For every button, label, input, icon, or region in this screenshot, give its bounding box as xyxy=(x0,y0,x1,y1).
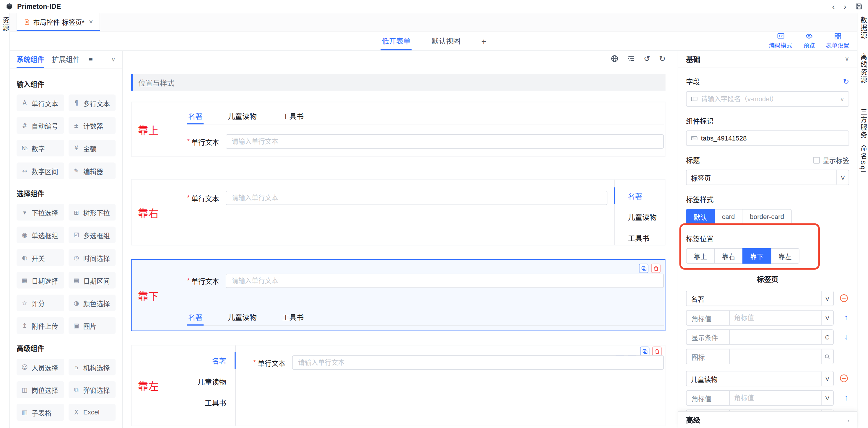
section-advanced[interactable]: 高级 › xyxy=(678,411,857,428)
palette-item-attachment-upload[interactable]: ↥附件上传 xyxy=(17,317,64,334)
form-canvas[interactable]: ↺ ↻ 位置与样式 靠上 名著 儿童读物 xyxy=(123,51,678,428)
save-icon[interactable] xyxy=(855,3,862,10)
tab-default-view[interactable]: 默认视图 xyxy=(430,32,462,51)
move-down-button[interactable]: ↓ xyxy=(844,333,848,340)
palette-item-dialog-picker[interactable]: ⧉弹窗选择 xyxy=(68,382,116,398)
title-input[interactable] xyxy=(687,170,836,185)
sidebar-item-resources[interactable]: 资源 xyxy=(1,17,8,32)
single-line-text-input[interactable] xyxy=(226,134,664,149)
palette-item-editor[interactable]: ✎编辑器 xyxy=(68,163,116,179)
outline-icon[interactable] xyxy=(627,55,635,62)
sidebar-item-offline-resources[interactable]: 离线资源 xyxy=(859,53,867,84)
palette-item-date-picker[interactable]: ▦日期选择 xyxy=(17,272,64,288)
palette-item-image[interactable]: ▣图片 xyxy=(68,317,116,334)
globe-icon[interactable] xyxy=(610,55,618,62)
single-line-text-input[interactable] xyxy=(226,191,608,205)
preview-button[interactable]: 预览 xyxy=(803,32,815,49)
tab-low-code-form[interactable]: 低开表单 xyxy=(380,32,411,51)
single-line-text-input[interactable] xyxy=(226,274,664,288)
redo-icon[interactable]: ↻ xyxy=(659,55,665,62)
sidebar-item-third-party-services[interactable]: 三方服务 xyxy=(859,108,867,139)
tab-style-option-border-card[interactable]: border-card xyxy=(742,209,792,224)
field-name-input[interactable] xyxy=(701,92,836,106)
palette-item-multi-line-text[interactable]: ¶多行文本 xyxy=(68,94,116,111)
canvas-tab-ertongduwu[interactable]: 儿童读物 xyxy=(615,206,665,227)
tab-position-option-left[interactable]: 靠左 xyxy=(771,248,799,264)
tab-name-input[interactable] xyxy=(687,371,821,386)
tab-extended-components[interactable]: 扩展组件 xyxy=(52,51,80,68)
sidebar-item-datasource[interactable]: 数据源 xyxy=(859,17,867,40)
chevron-down-icon[interactable]: ∨ xyxy=(845,55,849,62)
palette-item-post-picker[interactable]: ◫岗位选择 xyxy=(17,382,64,398)
canvas-tab-mingzhu[interactable]: 名著 xyxy=(187,350,235,371)
palette-item-excel[interactable]: XExcel xyxy=(68,404,116,421)
show-label-checkbox[interactable] xyxy=(813,157,820,163)
canvas-tabs-component-bottom-selected[interactable]: 靠下 * 单行文本 名著 儿童读物 工具书 xyxy=(131,259,665,331)
variable-suffix-button[interactable]: V xyxy=(821,291,833,306)
variable-suffix-button[interactable]: V xyxy=(821,371,833,386)
canvas-tab-ertongduwu[interactable]: 儿童读物 xyxy=(227,108,258,124)
variable-suffix-button[interactable]: V xyxy=(821,391,833,405)
search-icon[interactable] xyxy=(821,349,833,364)
tab-name-input[interactable] xyxy=(687,291,821,306)
variable-suffix-button[interactable]: V xyxy=(836,170,848,185)
move-up-button[interactable]: ↑ xyxy=(844,393,848,401)
palette-item-sub-table[interactable]: ▥子表格 xyxy=(17,404,64,421)
move-up-button[interactable]: ↑ xyxy=(844,314,848,321)
palette-item-date-range[interactable]: ▤日期区间 xyxy=(68,272,116,288)
palette-item-switch[interactable]: ◐开关 xyxy=(17,249,64,266)
condition-input[interactable] xyxy=(730,330,821,344)
badge-value-input[interactable] xyxy=(730,391,821,405)
palette-item-radio-group[interactable]: ◉单选框组 xyxy=(17,227,64,243)
palette-item-number-range[interactable]: ↔数字区间 xyxy=(17,163,64,179)
canvas-tabs-component-top[interactable]: 靠上 名著 儿童读物 工具书 * 单行文本 xyxy=(131,102,665,157)
undo-icon[interactable]: ↺ xyxy=(644,55,650,62)
palette-item-number[interactable]: №数字 xyxy=(17,140,64,157)
canvas-tab-mingzhu[interactable]: 名著 xyxy=(187,108,204,124)
remove-tab-button[interactable] xyxy=(840,374,848,384)
palette-item-time-picker[interactable]: ◷时间选择 xyxy=(68,249,116,266)
form-title-band[interactable]: 位置与样式 xyxy=(131,74,665,91)
palette-item-amount[interactable]: ¥金额 xyxy=(68,140,116,157)
tab-position-option-bottom[interactable]: 靠下 xyxy=(742,248,771,264)
icon-input[interactable] xyxy=(730,349,821,364)
canvas-tabs-component-left[interactable]: 靠左 名著 儿童读物 工具书 * 单行文本 xyxy=(131,345,665,426)
tab-style-option-card[interactable]: card xyxy=(714,209,742,224)
code-mode-button[interactable]: 编码模式 xyxy=(769,32,793,49)
menu-icon[interactable]: ≡ xyxy=(89,55,93,63)
palette-item-counter[interactable]: ±计数器 xyxy=(68,117,116,134)
palette-item-dropdown[interactable]: ▾下拉选择 xyxy=(17,204,64,221)
refresh-icon[interactable]: ↻ xyxy=(843,77,849,86)
variable-suffix-button[interactable]: V xyxy=(821,310,833,325)
chevron-down-icon[interactable]: ∨ xyxy=(840,96,844,102)
canvas-tab-gongjushu[interactable]: 工具书 xyxy=(615,227,665,248)
single-line-text-input[interactable] xyxy=(292,355,664,370)
palette-item-color-picker[interactable]: ◑颜色选择 xyxy=(68,295,116,311)
canvas-tab-gongjushu[interactable]: 工具书 xyxy=(281,108,305,124)
component-id-input[interactable] xyxy=(701,131,848,145)
palette-item-rating[interactable]: ☆评分 xyxy=(17,295,64,311)
chevron-down-icon[interactable]: ∨ xyxy=(111,56,116,63)
palette-item-single-line-text[interactable]: A单行文本 xyxy=(17,94,64,111)
canvas-tab-mingzhu[interactable]: 名著 xyxy=(615,185,665,206)
tab-position-option-right[interactable]: 靠右 xyxy=(714,248,743,264)
palette-item-auto-number[interactable]: #自动编号 xyxy=(17,117,64,134)
document-tab[interactable]: 布局控件-标签页* × xyxy=(17,13,100,31)
canvas-tab-ertongduwu[interactable]: 儿童读物 xyxy=(227,309,258,326)
palette-item-person-picker[interactable]: ☺人员选择 xyxy=(17,359,64,375)
badge-value-input[interactable] xyxy=(730,310,821,325)
canvas-tab-mingzhu[interactable]: 名著 xyxy=(187,309,204,326)
tab-system-components[interactable]: 系统组件 xyxy=(17,51,44,68)
close-icon[interactable]: × xyxy=(89,18,93,26)
palette-item-checkbox-group[interactable]: ☑多选框组 xyxy=(68,227,116,243)
canvas-tabs-component-right[interactable]: 靠右 * 单行文本 名著 xyxy=(131,179,665,245)
nav-back-icon[interactable]: ‹ xyxy=(832,2,835,10)
palette-item-tree-dropdown[interactable]: ⊞树形下拉 xyxy=(68,204,116,221)
add-view-button[interactable]: + xyxy=(481,36,486,46)
condition-suffix-button[interactable]: C xyxy=(821,330,833,344)
sidebar-item-named-sql[interactable]: 命名Sql xyxy=(859,145,867,173)
remove-tab-button[interactable] xyxy=(840,294,848,303)
canvas-tab-gongjushu[interactable]: 工具书 xyxy=(187,392,235,413)
nav-forward-icon[interactable]: › xyxy=(844,2,846,10)
tab-style-option-default[interactable]: 默认 xyxy=(686,209,715,224)
